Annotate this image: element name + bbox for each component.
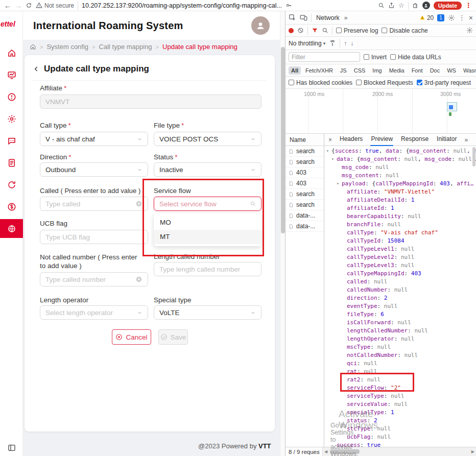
breadcrumb-item[interactable]: System config (46, 43, 88, 51)
warnings-badge[interactable]: 20 (419, 14, 434, 21)
tab-initiator[interactable]: Initiator (436, 134, 457, 146)
preserve-log-checkbox[interactable]: Preserve log (336, 27, 378, 34)
sidebar-item-roaming[interactable] (0, 219, 23, 238)
clear-icon[interactable] (135, 200, 142, 207)
ucb-flag-input[interactable]: Type UCB flag (40, 230, 148, 244)
json-line[interactable]: ▾payload: {callTypeMappingId: 403, affi… (324, 180, 476, 188)
called-input[interactable]: Type called (40, 197, 148, 211)
special-type-select[interactable]: VoLTE (154, 305, 261, 320)
inspect-element-icon[interactable] (289, 14, 296, 21)
record-icon[interactable] (289, 28, 294, 33)
length-operator-select[interactable]: Select length operator (40, 305, 148, 320)
sidebar-item-chat[interactable] (0, 130, 23, 152)
checkbox[interactable] (382, 28, 387, 33)
refresh-icon[interactable] (26, 2, 32, 9)
scroll-right-icon[interactable]: ▶ (470, 449, 476, 454)
extensions-icon[interactable] (412, 2, 419, 9)
back-icon[interactable]: ← (4, 2, 11, 9)
more-detail-tabs-icon[interactable]: » (464, 136, 468, 143)
filter-chip-doc[interactable]: Doc (427, 66, 443, 75)
sidebar-item-settings[interactable] (0, 108, 23, 130)
filter-chip-media[interactable]: Media (387, 66, 407, 75)
export-har-icon[interactable]: ↓ (350, 40, 353, 47)
json-scrollbar[interactable] (472, 147, 475, 208)
cancel-button[interactable]: Cancel (112, 329, 151, 345)
sidebar-item-alert[interactable] (0, 86, 23, 108)
profile-avatar[interactable] (422, 2, 430, 9)
checkbox-has-blocked-cookies[interactable]: Has blocked cookies (289, 79, 352, 86)
network-request-row[interactable]: data-... (285, 210, 324, 221)
forward-icon[interactable]: → (15, 2, 22, 9)
expand-arrow-icon[interactable]: ▾ (326, 147, 331, 155)
more-panels-icon[interactable]: » (344, 14, 348, 21)
filter-chip-wasm[interactable]: Wasm (461, 66, 476, 75)
network-request-row[interactable]: search (285, 146, 324, 157)
checkbox-3rd-party-request[interactable]: 3rd-party request (417, 79, 471, 86)
not-called-input[interactable]: Type called number (40, 272, 148, 286)
chrome-update-button[interactable]: Update (434, 2, 462, 10)
collapse-sidebar-icon[interactable] (0, 444, 23, 452)
checkbox-blocked-requests[interactable]: Blocked Requests (356, 79, 413, 86)
requests-name-header[interactable]: Name (285, 134, 324, 146)
clear-network-log-icon[interactable] (297, 27, 304, 34)
home-icon[interactable] (30, 43, 36, 50)
sidebar-item-home[interactable] (0, 42, 23, 64)
filter-chip-font[interactable]: Font (409, 66, 425, 75)
expand-arrow-icon[interactable]: ▾ (337, 180, 342, 188)
hide-data-urls-checkbox[interactable]: Hide data URLs (390, 54, 441, 61)
devtools-close-icon[interactable]: × (469, 14, 473, 22)
share-icon[interactable] (388, 2, 395, 9)
scrollbar-thumb[interactable] (281, 47, 285, 233)
tab-headers[interactable]: Headers (339, 134, 363, 146)
browser-menu-icon[interactable]: ⋮ (465, 2, 472, 9)
sidebar-item-chart[interactable] (0, 64, 23, 86)
breadcrumb-item[interactable]: Call type mapping (99, 43, 152, 51)
sidebar-item-form[interactable] (0, 152, 23, 174)
network-request-row[interactable]: 403 (285, 178, 324, 189)
filter-chip-img[interactable]: Img (370, 66, 384, 75)
filter-chip-css[interactable]: CSS (351, 66, 368, 75)
key-icon[interactable] (285, 2, 292, 9)
scrollbar-thumb[interactable] (472, 147, 475, 166)
horizontal-scrollbar[interactable]: ◀ ▶ (322, 447, 476, 456)
network-conditions-icon[interactable] (329, 40, 336, 47)
search-icon[interactable] (378, 2, 385, 9)
network-overview[interactable]: 1000 ms2000 ms3000 ms (285, 89, 476, 134)
disable-cache-checkbox[interactable]: Disable cache (382, 27, 427, 34)
address-bar[interactable]: 10.207.252.137:9200/roaming-app/system-c… (82, 2, 282, 9)
direction-select[interactable]: Outbound (40, 162, 148, 177)
scrollbar-thumb[interactable] (330, 449, 360, 454)
network-settings-icon[interactable] (466, 27, 473, 34)
file-type-select[interactable]: VOICE POST OCS (154, 132, 261, 146)
service-flow-option-mo[interactable]: MO (154, 215, 261, 230)
sidebar-item-sync[interactable] (0, 174, 23, 196)
page-scrollbar[interactable] (280, 11, 285, 456)
checkbox[interactable] (289, 80, 294, 85)
filter-chip-all[interactable]: All (289, 66, 301, 75)
close-detail-icon[interactable]: × (328, 136, 332, 143)
json-line[interactable]: ▾data: {msg_content: null, msg_code: nul… (324, 155, 476, 163)
network-request-row[interactable]: 403 (285, 167, 324, 178)
import-har-icon[interactable]: ↑ (344, 40, 347, 47)
filter-icon[interactable] (312, 27, 318, 34)
filter-chip-ws[interactable]: WS (444, 66, 459, 75)
expand-arrow-icon[interactable]: ▾ (331, 155, 337, 163)
network-request-row[interactable]: search (285, 189, 324, 200)
device-toolbar-icon[interactable] (300, 14, 307, 21)
back-chevron-icon[interactable] (33, 65, 40, 73)
save-button[interactable]: Save (158, 329, 188, 345)
filter-chip-js[interactable]: JS (338, 66, 349, 75)
tab-network[interactable]: Network (315, 12, 341, 23)
checkbox[interactable] (364, 54, 369, 60)
checkbox[interactable] (390, 54, 396, 60)
status-select[interactable]: Inactive (154, 162, 261, 177)
length-called-input[interactable]: Type length called number (154, 262, 261, 276)
clear-icon[interactable] (135, 276, 142, 283)
devtools-menu-icon[interactable]: ⋮ (459, 14, 465, 21)
tab-preview[interactable]: Preview (370, 134, 393, 146)
search-network-icon[interactable] (322, 27, 328, 34)
call-type-select[interactable]: V - ais chaf chaf (40, 132, 148, 146)
invert-checkbox[interactable]: Invert (364, 54, 387, 61)
user-avatar[interactable] (251, 16, 270, 35)
scroll-left-icon[interactable]: ◀ (323, 449, 329, 454)
